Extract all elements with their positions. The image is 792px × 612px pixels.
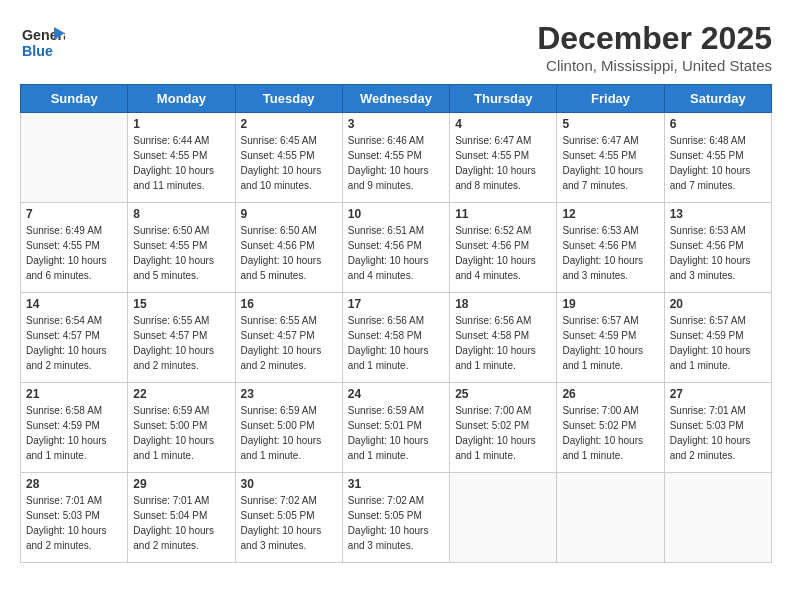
- day-of-week-header: Tuesday: [235, 85, 342, 113]
- calendar-day-cell: 11Sunrise: 6:52 AMSunset: 4:56 PMDayligh…: [450, 203, 557, 293]
- logo: General Blue: [20, 20, 65, 60]
- day-of-week-header: Wednesday: [342, 85, 449, 113]
- calendar-day-cell: 12Sunrise: 6:53 AMSunset: 4:56 PMDayligh…: [557, 203, 664, 293]
- calendar-day-cell: 4Sunrise: 6:47 AMSunset: 4:55 PMDaylight…: [450, 113, 557, 203]
- day-info: Sunrise: 7:01 AMSunset: 5:03 PMDaylight:…: [26, 493, 122, 553]
- day-info: Sunrise: 6:59 AMSunset: 5:00 PMDaylight:…: [133, 403, 229, 463]
- calendar-day-cell: [21, 113, 128, 203]
- calendar-day-cell: 21Sunrise: 6:58 AMSunset: 4:59 PMDayligh…: [21, 383, 128, 473]
- day-info: Sunrise: 6:55 AMSunset: 4:57 PMDaylight:…: [241, 313, 337, 373]
- day-number: 5: [562, 117, 658, 131]
- day-number: 17: [348, 297, 444, 311]
- calendar-day-cell: 9Sunrise: 6:50 AMSunset: 4:56 PMDaylight…: [235, 203, 342, 293]
- calendar-header-row: SundayMondayTuesdayWednesdayThursdayFrid…: [21, 85, 772, 113]
- day-number: 19: [562, 297, 658, 311]
- calendar-day-cell: 5Sunrise: 6:47 AMSunset: 4:55 PMDaylight…: [557, 113, 664, 203]
- day-info: Sunrise: 6:54 AMSunset: 4:57 PMDaylight:…: [26, 313, 122, 373]
- calendar-week-row: 14Sunrise: 6:54 AMSunset: 4:57 PMDayligh…: [21, 293, 772, 383]
- calendar-day-cell: [557, 473, 664, 563]
- day-number: 7: [26, 207, 122, 221]
- day-info: Sunrise: 6:53 AMSunset: 4:56 PMDaylight:…: [670, 223, 766, 283]
- day-number: 11: [455, 207, 551, 221]
- day-info: Sunrise: 7:02 AMSunset: 5:05 PMDaylight:…: [348, 493, 444, 553]
- day-info: Sunrise: 6:44 AMSunset: 4:55 PMDaylight:…: [133, 133, 229, 193]
- day-number: 26: [562, 387, 658, 401]
- day-info: Sunrise: 6:46 AMSunset: 4:55 PMDaylight:…: [348, 133, 444, 193]
- calendar-day-cell: 2Sunrise: 6:45 AMSunset: 4:55 PMDaylight…: [235, 113, 342, 203]
- calendar-day-cell: 13Sunrise: 6:53 AMSunset: 4:56 PMDayligh…: [664, 203, 771, 293]
- calendar-day-cell: 1Sunrise: 6:44 AMSunset: 4:55 PMDaylight…: [128, 113, 235, 203]
- day-info: Sunrise: 6:45 AMSunset: 4:55 PMDaylight:…: [241, 133, 337, 193]
- day-number: 3: [348, 117, 444, 131]
- header: General Blue December 2025 Clinton, Miss…: [20, 20, 772, 74]
- day-of-week-header: Saturday: [664, 85, 771, 113]
- day-number: 22: [133, 387, 229, 401]
- day-info: Sunrise: 6:59 AMSunset: 5:00 PMDaylight:…: [241, 403, 337, 463]
- day-number: 30: [241, 477, 337, 491]
- day-number: 18: [455, 297, 551, 311]
- day-number: 1: [133, 117, 229, 131]
- calendar-week-row: 21Sunrise: 6:58 AMSunset: 4:59 PMDayligh…: [21, 383, 772, 473]
- day-number: 21: [26, 387, 122, 401]
- calendar-day-cell: 30Sunrise: 7:02 AMSunset: 5:05 PMDayligh…: [235, 473, 342, 563]
- day-number: 16: [241, 297, 337, 311]
- day-info: Sunrise: 6:55 AMSunset: 4:57 PMDaylight:…: [133, 313, 229, 373]
- calendar-day-cell: 7Sunrise: 6:49 AMSunset: 4:55 PMDaylight…: [21, 203, 128, 293]
- calendar-day-cell: 29Sunrise: 7:01 AMSunset: 5:04 PMDayligh…: [128, 473, 235, 563]
- day-info: Sunrise: 6:56 AMSunset: 4:58 PMDaylight:…: [455, 313, 551, 373]
- day-number: 23: [241, 387, 337, 401]
- day-info: Sunrise: 6:50 AMSunset: 4:56 PMDaylight:…: [241, 223, 337, 283]
- calendar-body: 1Sunrise: 6:44 AMSunset: 4:55 PMDaylight…: [21, 113, 772, 563]
- day-info: Sunrise: 6:57 AMSunset: 4:59 PMDaylight:…: [562, 313, 658, 373]
- day-number: 9: [241, 207, 337, 221]
- day-info: Sunrise: 6:59 AMSunset: 5:01 PMDaylight:…: [348, 403, 444, 463]
- day-info: Sunrise: 7:00 AMSunset: 5:02 PMDaylight:…: [455, 403, 551, 463]
- day-info: Sunrise: 6:57 AMSunset: 4:59 PMDaylight:…: [670, 313, 766, 373]
- calendar-day-cell: 15Sunrise: 6:55 AMSunset: 4:57 PMDayligh…: [128, 293, 235, 383]
- calendar-week-row: 7Sunrise: 6:49 AMSunset: 4:55 PMDaylight…: [21, 203, 772, 293]
- calendar-table: SundayMondayTuesdayWednesdayThursdayFrid…: [20, 84, 772, 563]
- calendar-day-cell: 3Sunrise: 6:46 AMSunset: 4:55 PMDaylight…: [342, 113, 449, 203]
- page-subtitle: Clinton, Mississippi, United States: [537, 57, 772, 74]
- day-of-week-header: Monday: [128, 85, 235, 113]
- day-info: Sunrise: 7:02 AMSunset: 5:05 PMDaylight:…: [241, 493, 337, 553]
- calendar-day-cell: 27Sunrise: 7:01 AMSunset: 5:03 PMDayligh…: [664, 383, 771, 473]
- day-number: 31: [348, 477, 444, 491]
- calendar-week-row: 28Sunrise: 7:01 AMSunset: 5:03 PMDayligh…: [21, 473, 772, 563]
- day-of-week-header: Thursday: [450, 85, 557, 113]
- day-number: 13: [670, 207, 766, 221]
- calendar-day-cell: 20Sunrise: 6:57 AMSunset: 4:59 PMDayligh…: [664, 293, 771, 383]
- day-info: Sunrise: 6:56 AMSunset: 4:58 PMDaylight:…: [348, 313, 444, 373]
- calendar-day-cell: 10Sunrise: 6:51 AMSunset: 4:56 PMDayligh…: [342, 203, 449, 293]
- calendar-day-cell: 16Sunrise: 6:55 AMSunset: 4:57 PMDayligh…: [235, 293, 342, 383]
- calendar-day-cell: 28Sunrise: 7:01 AMSunset: 5:03 PMDayligh…: [21, 473, 128, 563]
- calendar-day-cell: 17Sunrise: 6:56 AMSunset: 4:58 PMDayligh…: [342, 293, 449, 383]
- day-number: 28: [26, 477, 122, 491]
- calendar-day-cell: 8Sunrise: 6:50 AMSunset: 4:55 PMDaylight…: [128, 203, 235, 293]
- day-info: Sunrise: 6:58 AMSunset: 4:59 PMDaylight:…: [26, 403, 122, 463]
- day-info: Sunrise: 7:00 AMSunset: 5:02 PMDaylight:…: [562, 403, 658, 463]
- day-info: Sunrise: 6:51 AMSunset: 4:56 PMDaylight:…: [348, 223, 444, 283]
- day-number: 10: [348, 207, 444, 221]
- day-number: 24: [348, 387, 444, 401]
- day-info: Sunrise: 6:48 AMSunset: 4:55 PMDaylight:…: [670, 133, 766, 193]
- calendar-day-cell: 23Sunrise: 6:59 AMSunset: 5:00 PMDayligh…: [235, 383, 342, 473]
- calendar-day-cell: 22Sunrise: 6:59 AMSunset: 5:00 PMDayligh…: [128, 383, 235, 473]
- day-number: 4: [455, 117, 551, 131]
- calendar-day-cell: 31Sunrise: 7:02 AMSunset: 5:05 PMDayligh…: [342, 473, 449, 563]
- day-number: 2: [241, 117, 337, 131]
- day-info: Sunrise: 6:52 AMSunset: 4:56 PMDaylight:…: [455, 223, 551, 283]
- day-info: Sunrise: 7:01 AMSunset: 5:04 PMDaylight:…: [133, 493, 229, 553]
- calendar-day-cell: 26Sunrise: 7:00 AMSunset: 5:02 PMDayligh…: [557, 383, 664, 473]
- day-of-week-header: Friday: [557, 85, 664, 113]
- day-of-week-header: Sunday: [21, 85, 128, 113]
- logo-icon: General Blue: [20, 20, 65, 60]
- page-title: December 2025: [537, 20, 772, 57]
- calendar-day-cell: 18Sunrise: 6:56 AMSunset: 4:58 PMDayligh…: [450, 293, 557, 383]
- day-number: 12: [562, 207, 658, 221]
- day-info: Sunrise: 6:53 AMSunset: 4:56 PMDaylight:…: [562, 223, 658, 283]
- day-number: 8: [133, 207, 229, 221]
- day-number: 6: [670, 117, 766, 131]
- calendar-day-cell: 24Sunrise: 6:59 AMSunset: 5:01 PMDayligh…: [342, 383, 449, 473]
- day-info: Sunrise: 6:49 AMSunset: 4:55 PMDaylight:…: [26, 223, 122, 283]
